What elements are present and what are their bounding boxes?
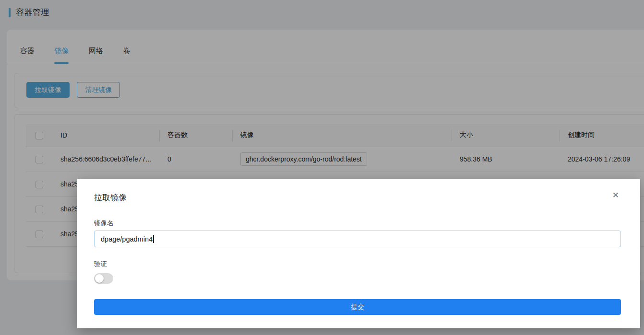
verify-toggle[interactable] — [94, 273, 113, 284]
page: 容器管理 容器 镜像 网络 卷 拉取镜像 清理镜像 ID — [0, 0, 644, 335]
image-name-input[interactable]: dpage/pgadmin4 — [94, 231, 621, 247]
close-icon[interactable]: ✕ — [612, 191, 619, 199]
verify-label: 验证 — [94, 260, 107, 268]
pull-image-modal: 拉取镜像 ✕ 镜像名 dpage/pgadmin4 验证 提交 — [77, 179, 640, 328]
toggle-knob — [95, 274, 104, 283]
modal-title: 拉取镜像 — [94, 192, 127, 203]
image-name-value: dpage/pgadmin4 — [101, 235, 153, 243]
text-caret — [153, 235, 154, 243]
submit-button[interactable]: 提交 — [94, 299, 621, 315]
image-name-label: 镜像名 — [94, 219, 114, 228]
